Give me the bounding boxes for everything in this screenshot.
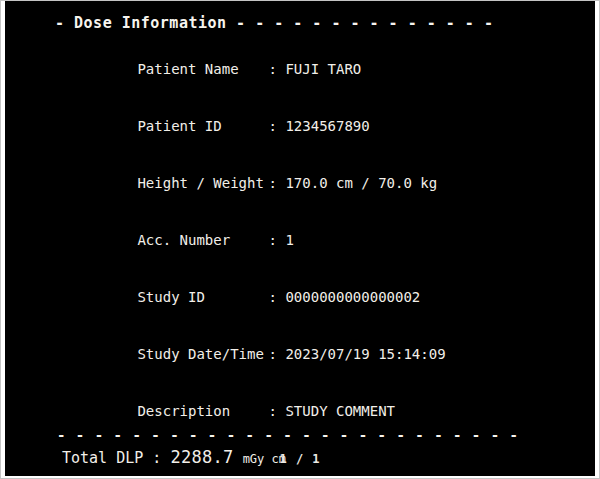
- page-title: - Dose Information - - - - - - - - - - -…: [55, 14, 595, 32]
- info-row-study-id: Study ID:0000000000000002: [70, 269, 595, 326]
- dose-information-panel: - Dose Information - - - - - - - - - - -…: [5, 1, 595, 476]
- info-row-study-datetime: Study Date/Time:2023/07/19 15:14:09: [70, 326, 595, 383]
- footer-divider: - - - - - - - - - - - - - - - - - - - - …: [57, 427, 519, 443]
- info-label: Height / Weight: [137, 174, 268, 193]
- patient-info-block: Patient Name:FUJI TARO Patient ID:123456…: [70, 41, 595, 440]
- info-colon: :: [268, 231, 285, 250]
- screen-frame: - Dose Information - - - - - - - - - - -…: [0, 0, 600, 479]
- info-row-height-weight: Height / Weight:170.0 cm / 70.0 kg: [70, 155, 595, 212]
- info-row-patient-name: Patient Name:FUJI TARO: [70, 41, 595, 98]
- page-indicator: 1 / 1: [5, 452, 595, 466]
- info-value: STUDY COMMENT: [285, 403, 395, 419]
- info-colon: :: [268, 174, 285, 193]
- info-value: 1234567890: [285, 118, 369, 134]
- info-colon: :: [268, 345, 285, 364]
- info-label: Study ID: [137, 288, 268, 307]
- info-value: 1: [285, 232, 293, 248]
- info-colon: :: [268, 60, 285, 79]
- info-label: Patient Name: [137, 60, 268, 79]
- info-value: FUJI TARO: [285, 61, 361, 77]
- info-colon: :: [268, 402, 285, 421]
- info-label: Acc. Number: [137, 231, 268, 250]
- info-value: 0000000000000002: [285, 289, 420, 305]
- info-label: Description: [137, 402, 268, 421]
- info-value: 170.0 cm / 70.0 kg: [285, 175, 437, 191]
- info-colon: :: [268, 288, 285, 307]
- info-row-acc-number: Acc. Number:1: [70, 212, 595, 269]
- info-row-patient-id: Patient ID:1234567890: [70, 98, 595, 155]
- info-colon: :: [268, 117, 285, 136]
- info-label: Patient ID: [137, 117, 268, 136]
- info-label: Study Date/Time: [137, 345, 268, 364]
- info-value: 2023/07/19 15:14:09: [285, 346, 445, 362]
